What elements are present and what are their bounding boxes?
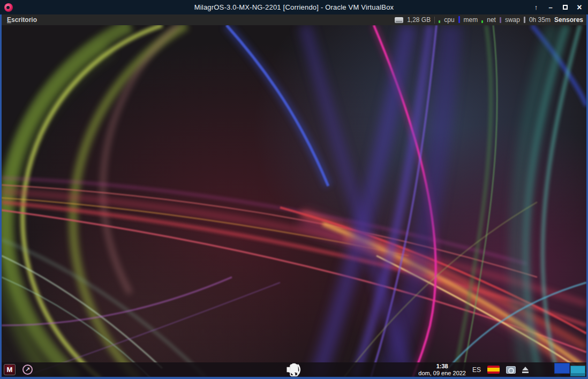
top-panel: Escritorio 1,28 GB cpu mem net swap 0h 3… <box>2 14 586 25</box>
maximize-button[interactable] <box>561 4 569 11</box>
mem-meter <box>458 15 460 25</box>
swap-meter <box>500 15 501 25</box>
desktop[interactable]: M ↗ 1:38 dom, 09 ene 2022 ES <box>2 25 586 377</box>
net-meter <box>481 15 483 25</box>
vm-screen-frame: Escritorio 1,28 GB cpu mem net swap 0h 3… <box>0 14 588 379</box>
uptime-label[interactable]: 0h 35m <box>529 16 551 24</box>
disk-icon <box>395 17 403 23</box>
workspace-1[interactable] <box>554 363 570 374</box>
desktop-menu-button[interactable]: Escritorio <box>5 16 39 24</box>
virtualbox-window: MilagrOS-3.0-MX-NG-2201 [Corriendo] - Or… <box>0 0 588 379</box>
close-button[interactable]: × <box>575 3 584 12</box>
wallpaper <box>2 25 586 377</box>
taskbar: M ↗ 1:38 dom, 09 ene 2022 ES <box>2 362 586 377</box>
swap-label[interactable]: swap <box>505 16 520 24</box>
cpu-meter <box>439 15 440 25</box>
titlebar[interactable]: MilagrOS-3.0-MX-NG-2201 [Corriendo] - Or… <box>0 0 588 14</box>
maximize-icon <box>563 5 568 10</box>
uptime-meter <box>524 15 525 25</box>
sensors-label[interactable]: Sensores <box>554 16 583 24</box>
workspace-2[interactable] <box>570 366 585 376</box>
net-label[interactable]: net <box>487 16 496 24</box>
bell-icon <box>2 362 586 377</box>
milagros-logo-icon <box>4 3 13 12</box>
cpu-label[interactable]: cpu <box>444 16 454 24</box>
disk-usage[interactable]: 1,28 GB <box>407 16 431 24</box>
minimize-button[interactable]: – <box>546 4 555 11</box>
window-title: MilagrOS-3.0-MX-NG-2201 [Corriendo] - Or… <box>0 3 588 11</box>
shade-button[interactable]: ↑ <box>532 4 540 11</box>
mem-label[interactable]: mem <box>464 16 478 24</box>
workspace-switcher <box>554 362 585 377</box>
panel-separator <box>434 17 435 24</box>
